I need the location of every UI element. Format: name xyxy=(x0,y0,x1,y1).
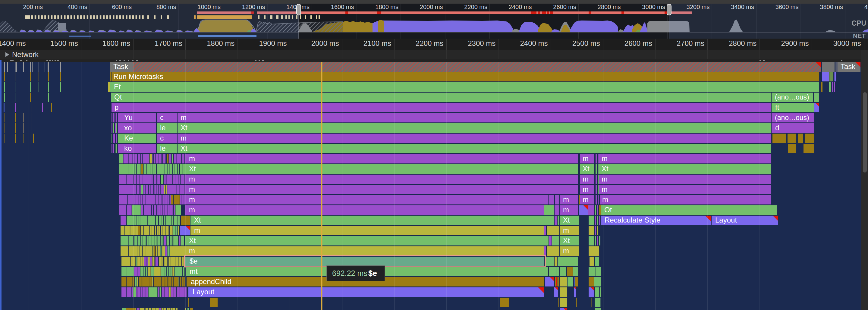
svg-text:2200 ms: 2200 ms xyxy=(415,39,443,47)
svg-text:1600 ms: 1600 ms xyxy=(102,39,130,47)
svg-text:Ot: Ot xyxy=(604,206,612,214)
svg-text:400 ms: 400 ms xyxy=(67,4,87,10)
svg-text:3800 ms: 3800 ms xyxy=(820,4,843,10)
svg-text:2600 ms: 2600 ms xyxy=(624,39,652,47)
svg-text:3000 ms: 3000 ms xyxy=(642,4,665,10)
svg-text:Ke: Ke xyxy=(124,134,133,142)
svg-text:m: m xyxy=(563,195,569,203)
svg-text:1000 ms: 1000 ms xyxy=(197,4,221,10)
svg-text:Et: Et xyxy=(114,83,121,91)
svg-text:1500 ms: 1500 ms xyxy=(50,39,78,47)
svg-text:2800 ms: 2800 ms xyxy=(729,39,756,47)
svg-text:m: m xyxy=(189,154,195,163)
svg-text:1800 ms: 1800 ms xyxy=(207,39,235,47)
svg-text:2800 ms: 2800 ms xyxy=(598,4,621,10)
svg-text:2500 ms: 2500 ms xyxy=(572,39,600,47)
svg-text:ko: ko xyxy=(124,144,132,152)
svg-text:600 ms: 600 ms xyxy=(112,4,132,10)
svg-text:m: m xyxy=(194,226,200,234)
svg-text:ft: ft xyxy=(775,103,779,111)
svg-text:2900 ms: 2900 ms xyxy=(781,39,809,47)
svg-text:$e: $e xyxy=(190,257,198,265)
svg-text:2400 ms: 2400 ms xyxy=(520,39,548,47)
svg-text:Run Microtasks: Run Microtasks xyxy=(113,73,163,81)
svg-text:Yu: Yu xyxy=(124,113,133,121)
svg-text:2400 ms: 2400 ms xyxy=(509,4,532,10)
svg-text:CPU: CPU xyxy=(851,19,866,27)
svg-text:le: le xyxy=(160,124,166,132)
svg-text:m: m xyxy=(583,185,589,193)
svg-text:m: m xyxy=(601,154,608,163)
svg-text:m: m xyxy=(583,154,589,163)
svg-text:800 ms: 800 ms xyxy=(156,4,176,10)
svg-text:2100 ms: 2100 ms xyxy=(364,39,391,47)
svg-text:2000 ms: 2000 ms xyxy=(311,39,339,47)
svg-text:c: c xyxy=(160,113,164,121)
svg-text:Qt: Qt xyxy=(114,93,122,101)
svg-text:m: m xyxy=(189,206,195,214)
svg-text:m: m xyxy=(189,175,195,183)
svg-text:1200 ms: 1200 ms xyxy=(242,4,265,10)
svg-text:Layout: Layout xyxy=(715,216,737,224)
svg-text:m: m xyxy=(563,206,569,214)
svg-text:3000 ms: 3000 ms xyxy=(833,39,861,47)
svg-text:1400 ms: 1400 ms xyxy=(0,39,26,47)
svg-text:Xt: Xt xyxy=(189,165,196,173)
svg-text:p: p xyxy=(115,103,119,111)
svg-text:2600 ms: 2600 ms xyxy=(553,4,576,10)
svg-text:m: m xyxy=(563,247,569,255)
svg-text:Network: Network xyxy=(12,50,39,58)
svg-text:Xt: Xt xyxy=(194,216,201,224)
svg-text:3200 ms: 3200 ms xyxy=(687,4,710,10)
svg-text:m: m xyxy=(601,185,608,193)
svg-text:Task: Task xyxy=(113,62,128,71)
svg-text:3400 ms: 3400 ms xyxy=(731,4,754,10)
svg-text:Xt: Xt xyxy=(181,124,187,132)
svg-text:3600 ms: 3600 ms xyxy=(775,4,799,10)
svg-text:m: m xyxy=(563,226,569,234)
svg-text:xo: xo xyxy=(124,124,132,132)
svg-text:Xt: Xt xyxy=(189,236,196,245)
svg-text:m: m xyxy=(189,247,195,255)
svg-text:1800 ms: 1800 ms xyxy=(375,4,398,10)
svg-text:d: d xyxy=(775,124,779,132)
svg-text:2700 ms: 2700 ms xyxy=(677,39,704,47)
svg-text:2200 ms: 2200 ms xyxy=(464,4,487,10)
svg-text:m: m xyxy=(583,195,589,203)
svg-text:m: m xyxy=(601,175,608,183)
svg-text:1900 ms: 1900 ms xyxy=(259,39,287,47)
svg-text:Recalculate Style: Recalculate Style xyxy=(604,216,660,224)
svg-text:le: le xyxy=(160,144,166,152)
svg-text:Task: Task xyxy=(841,62,856,71)
svg-text:Xt: Xt xyxy=(181,144,187,152)
svg-text:200 ms: 200 ms xyxy=(23,4,43,10)
svg-text:appendChild: appendChild xyxy=(191,277,231,286)
svg-text:2300 ms: 2300 ms xyxy=(468,39,495,47)
svg-text:1700 ms: 1700 ms xyxy=(155,39,182,47)
svg-text:4000 ms: 4000 ms xyxy=(864,4,868,10)
svg-text:Xt: Xt xyxy=(563,216,570,224)
svg-text:m: m xyxy=(583,175,589,183)
svg-text:(ano…ous): (ano…ous) xyxy=(775,93,809,101)
svg-text:NET: NET xyxy=(853,32,866,39)
svg-text:Xt: Xt xyxy=(583,165,590,173)
svg-text:mt: mt xyxy=(190,267,198,275)
svg-text:Layout: Layout xyxy=(193,288,214,296)
svg-text:2000 ms: 2000 ms xyxy=(420,4,443,10)
svg-text:m: m xyxy=(189,195,195,203)
svg-text:c: c xyxy=(160,134,164,142)
svg-text:1600 ms: 1600 ms xyxy=(331,4,354,10)
svg-text:$e: $e xyxy=(368,269,377,278)
svg-text:Xt: Xt xyxy=(601,165,609,173)
svg-text:(ano…ous): (ano…ous) xyxy=(775,114,809,121)
svg-text:692.22 ms: 692.22 ms xyxy=(332,269,367,277)
svg-text:m: m xyxy=(189,185,195,193)
svg-text:Xt: Xt xyxy=(563,236,570,245)
